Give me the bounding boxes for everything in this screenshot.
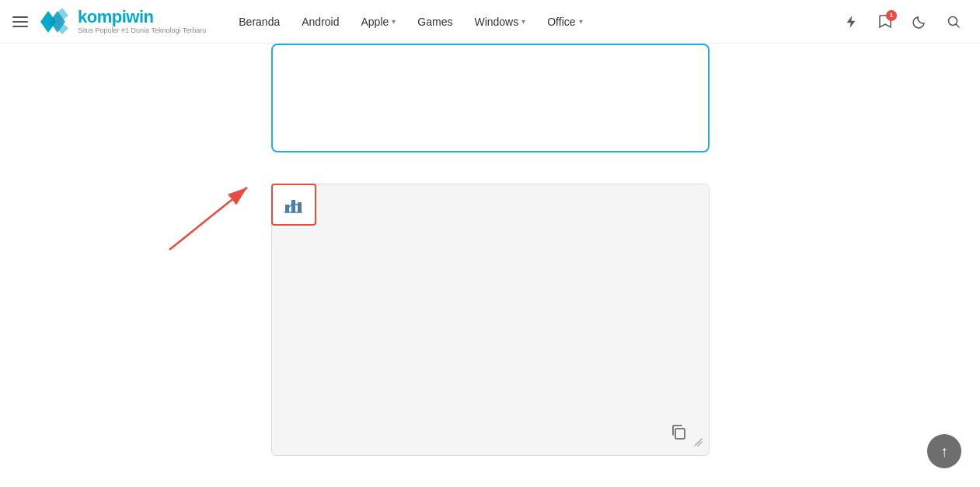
chart-icon-box[interactable]: [271, 184, 316, 226]
nav-windows[interactable]: Windows ▾: [465, 9, 535, 34]
darkmode-icon-button[interactable]: [905, 8, 933, 36]
svg-line-4: [956, 24, 959, 27]
bookmark-icon-button[interactable]: 1: [871, 8, 899, 36]
chevron-down-icon: ▾: [392, 17, 396, 26]
nav-android-label: Android: [302, 16, 339, 28]
svg-rect-12: [675, 429, 685, 439]
logo-name: kompiwin: [78, 8, 206, 26]
nav-office[interactable]: Office ▾: [538, 9, 591, 34]
nav-beranda-label: Beranda: [239, 16, 280, 28]
scroll-top-button[interactable]: ↑: [927, 434, 961, 468]
logo-text: kompiwin Situs Populer #1 Dunia Teknolog…: [78, 8, 206, 34]
chevron-down-icon: ▾: [579, 17, 583, 26]
nav-windows-label: Windows: [474, 16, 518, 28]
content-area: [0, 44, 980, 456]
copy-icon-button[interactable]: [670, 423, 687, 444]
nav-links: Beranda Android Apple ▾ Games Windows ▾ …: [229, 9, 837, 34]
nav-icons: 1: [837, 8, 968, 36]
chevron-down-icon: ▾: [521, 17, 525, 26]
site-logo[interactable]: kompiwin Situs Populer #1 Dunia Teknolog…: [37, 5, 206, 39]
top-text-box[interactable]: [271, 44, 710, 152]
darkmode-icon: [912, 15, 926, 29]
bookmark-badge: 1: [886, 10, 897, 21]
main-content: [0, 44, 980, 487]
search-icon: [947, 15, 961, 29]
svg-rect-8: [291, 200, 295, 212]
copy-icon: [670, 423, 687, 440]
nav-games[interactable]: Games: [408, 9, 462, 34]
svg-line-6: [169, 187, 247, 250]
nav-games-label: Games: [417, 16, 452, 28]
resize-handle[interactable]: [692, 436, 703, 449]
nav-apple[interactable]: Apple ▾: [351, 9, 405, 34]
search-icon-button[interactable]: [940, 8, 968, 36]
red-arrow-annotation: [146, 180, 270, 258]
chart-icon: [283, 194, 305, 215]
flash-icon: [844, 15, 858, 29]
nav-apple-label: Apple: [361, 16, 389, 28]
gray-textarea[interactable]: [271, 184, 710, 456]
navbar: kompiwin Situs Populer #1 Dunia Teknolog…: [0, 0, 980, 44]
scroll-top-icon: ↑: [940, 443, 948, 461]
logo-tagline: Situs Populer #1 Dunia Teknologi Terbaru: [78, 27, 206, 35]
svg-marker-2: [48, 8, 68, 34]
hamburger-menu[interactable]: [12, 16, 28, 27]
nav-beranda[interactable]: Beranda: [229, 9, 289, 34]
logo-icon: [37, 5, 71, 39]
flash-icon-button[interactable]: [837, 8, 865, 36]
lower-section: [0, 176, 980, 456]
textarea-container: [271, 184, 710, 456]
nav-android[interactable]: Android: [292, 9, 348, 34]
nav-office-label: Office: [547, 16, 575, 28]
